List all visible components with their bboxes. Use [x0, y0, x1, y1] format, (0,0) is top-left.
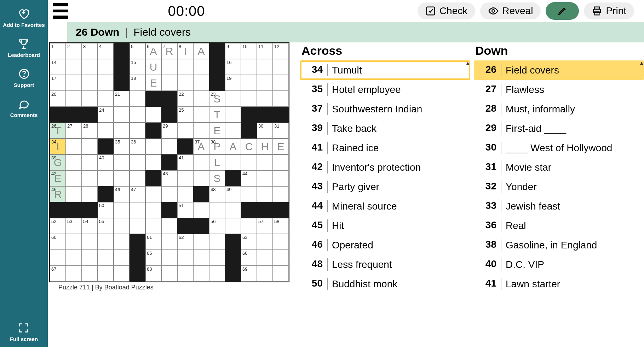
grid-cell[interactable]: 63 — [241, 234, 257, 250]
grid-cell[interactable] — [257, 91, 273, 107]
grid-cell[interactable] — [241, 218, 257, 234]
grid-cell[interactable]: 5 — [130, 43, 145, 59]
crossword-grid[interactable]: 123456A7R8IA91011121415U161718E192021222… — [49, 42, 289, 282]
grid-cell[interactable]: 3 — [82, 43, 98, 59]
grid-cell[interactable] — [66, 139, 82, 154]
grid-cell[interactable] — [66, 250, 82, 266]
grid-cell[interactable] — [145, 107, 161, 123]
grid-cell[interactable] — [257, 266, 273, 282]
grid-cell[interactable]: C — [241, 139, 257, 154]
grid-cell[interactable] — [257, 186, 273, 202]
grid-cell[interactable]: 40 — [98, 154, 114, 170]
clue-item[interactable]: 35Hotel employee — [300, 80, 470, 99]
grid-cell[interactable] — [257, 170, 273, 186]
grid-cell[interactable] — [98, 59, 114, 75]
grid-cell[interactable]: 45R — [50, 186, 66, 202]
grid-cell[interactable]: 68 — [145, 266, 161, 282]
grid-cell[interactable] — [98, 266, 114, 282]
clue-item[interactable]: 38Gasoline, in England — [474, 235, 644, 255]
grid-cell[interactable]: 66 — [241, 250, 257, 266]
grid-cell[interactable]: 46 — [114, 186, 130, 202]
grid-cell[interactable] — [82, 91, 98, 107]
grid-cell[interactable] — [66, 91, 82, 107]
grid-cell[interactable] — [193, 202, 209, 218]
grid-cell[interactable]: 67 — [50, 266, 66, 282]
grid-cell[interactable]: L — [209, 154, 225, 170]
grid-cell[interactable]: 29 — [161, 123, 177, 139]
grid-cell[interactable] — [177, 250, 193, 266]
menu-button[interactable] — [51, 1, 70, 21]
grid-cell[interactable] — [82, 170, 98, 186]
grid-cell[interactable] — [225, 202, 241, 218]
grid-cell[interactable]: 44 — [241, 170, 257, 186]
sidebar-support[interactable]: Support — [12, 63, 36, 93]
grid-cell[interactable]: H — [257, 139, 273, 154]
grid-cell[interactable]: 18 — [130, 75, 145, 91]
grid-cell[interactable]: 9 — [225, 43, 241, 59]
grid-cell[interactable]: 51 — [177, 202, 193, 218]
grid-cell[interactable] — [98, 75, 114, 91]
grid-cell[interactable] — [98, 170, 114, 186]
grid-cell[interactable] — [193, 91, 209, 107]
grid-cell[interactable]: 16 — [225, 59, 241, 75]
grid-cell[interactable] — [66, 234, 82, 250]
grid-cell[interactable]: 58 — [273, 218, 289, 234]
grid-cell[interactable] — [82, 154, 98, 170]
grid-cell[interactable] — [177, 123, 193, 139]
grid-cell[interactable]: 62 — [177, 234, 193, 250]
grid-cell[interactable]: 38P — [209, 139, 225, 154]
grid-cell[interactable] — [145, 154, 161, 170]
grid-cell[interactable] — [66, 186, 82, 202]
grid-cell[interactable]: 49 — [225, 186, 241, 202]
grid-cell[interactable] — [193, 234, 209, 250]
grid-cell[interactable] — [193, 59, 209, 75]
clue-item[interactable]: 33Jewish feast — [474, 196, 644, 216]
grid-cell[interactable] — [193, 170, 209, 186]
grid-cell[interactable]: 26T — [50, 123, 66, 139]
grid-cell[interactable] — [145, 218, 161, 234]
grid-cell[interactable]: 60 — [50, 234, 66, 250]
grid-cell[interactable]: 22 — [177, 91, 193, 107]
clue-item[interactable]: 42Inventor's protection — [300, 158, 470, 177]
grid-cell[interactable]: 34I — [50, 139, 66, 154]
grid-cell[interactable] — [145, 139, 161, 154]
grid-cell[interactable]: 42E — [50, 170, 66, 186]
grid-cell[interactable] — [114, 218, 130, 234]
grid-cell[interactable] — [193, 266, 209, 282]
grid-cell[interactable]: 7R — [161, 43, 177, 59]
grid-cell[interactable] — [130, 218, 145, 234]
grid-cell[interactable] — [161, 266, 177, 282]
grid-cell[interactable] — [177, 59, 193, 75]
grid-cell[interactable]: 55 — [98, 218, 114, 234]
grid-cell[interactable]: 21 — [114, 91, 130, 107]
grid-cell[interactable]: 8I — [177, 43, 193, 59]
grid-cell[interactable] — [273, 59, 289, 75]
grid-cell[interactable]: 54 — [82, 218, 98, 234]
grid-cell[interactable] — [273, 75, 289, 91]
grid-cell[interactable] — [130, 154, 145, 170]
grid-cell[interactable]: A — [193, 43, 209, 59]
grid-cell[interactable] — [82, 75, 98, 91]
grid-cell[interactable] — [114, 250, 130, 266]
grid-cell[interactable] — [241, 186, 257, 202]
grid-cell[interactable]: 43 — [161, 170, 177, 186]
grid-cell[interactable] — [273, 266, 289, 282]
grid-cell[interactable] — [98, 123, 114, 139]
grid-cell[interactable]: 30 — [257, 123, 273, 139]
grid-cell[interactable]: 14 — [50, 59, 66, 75]
grid-cell[interactable]: 65 — [145, 250, 161, 266]
grid-cell[interactable]: 48 — [209, 186, 225, 202]
grid-cell[interactable] — [114, 123, 130, 139]
grid-cell[interactable] — [82, 186, 98, 202]
clue-item[interactable]: 29First-aid ____ — [474, 119, 644, 138]
clue-item[interactable]: 40D.C. VIP — [474, 255, 644, 274]
grid-cell[interactable] — [225, 107, 241, 123]
grid-cell[interactable] — [82, 266, 98, 282]
clue-item[interactable]: 41Rained ice — [300, 138, 470, 158]
grid-cell[interactable]: 1 — [50, 43, 66, 59]
grid-cell[interactable]: 17 — [50, 75, 66, 91]
sidebar-favorites[interactable]: Add to Favorites — [1, 3, 46, 33]
grid-cell[interactable]: 15 — [130, 59, 145, 75]
grid-cell[interactable] — [257, 154, 273, 170]
grid-cell[interactable] — [177, 186, 193, 202]
